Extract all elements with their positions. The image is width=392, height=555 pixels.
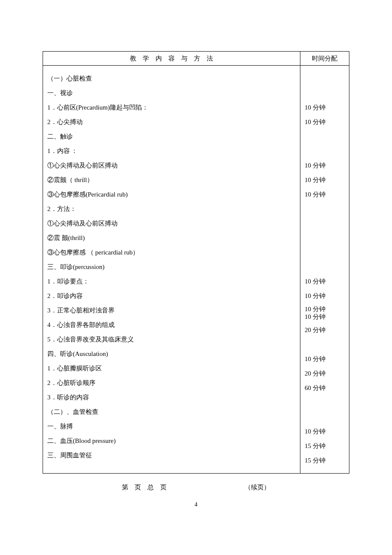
time-line: 10 分钟: [305, 102, 345, 113]
time-line: 20 分钟: [305, 368, 345, 379]
time-line: 15 分钟: [305, 455, 345, 465]
time-line: 60 分钟: [305, 383, 345, 393]
time-cell: 10 分钟10 分钟 10 分钟10 分钟10 分钟 10 分钟10 分钟10 …: [300, 66, 349, 474]
time-line: [305, 262, 345, 272]
time-line: [305, 412, 345, 422]
content-line: 2．心脏听诊顺序: [47, 378, 296, 388]
content-table: 教 学 内 容 与 方 法 时间分配 （一）心脏检查一、视诊1．心前区(Prec…: [43, 51, 349, 474]
content-line: ①心尖搏动及心前区搏动: [47, 218, 296, 228]
time-line: 15 分钟: [305, 441, 345, 451]
content-line: 2．心尖搏动: [47, 117, 296, 127]
content-line: 一、视诊: [47, 88, 296, 98]
time-line: [305, 73, 345, 84]
time-line: 10 分钟: [305, 189, 345, 199]
footer-pagination: 第 页 总 页 （续页）: [43, 482, 349, 492]
time-line: [305, 146, 345, 156]
time-line: [305, 247, 345, 257]
time-line: [305, 131, 345, 142]
content-line: 2．叩诊内容: [47, 291, 296, 301]
time-line: [305, 233, 345, 243]
content-line: ①心尖搏动及心前区搏动: [47, 160, 296, 171]
time-line: 10 分钟: [305, 276, 345, 286]
time-line: [305, 397, 345, 408]
content-line: ③心包摩擦感 （ pericardial rub）: [47, 247, 296, 257]
time-line: [305, 88, 345, 98]
content-line: 3．听诊的内容: [47, 392, 296, 402]
header-time-allocation: 时间分配: [300, 52, 349, 66]
content-line: 一、脉搏: [47, 421, 296, 431]
content-line: 5．心浊音界改变及其临床意义: [47, 334, 296, 344]
time-line: 10 分钟: [305, 175, 345, 185]
time-line: 10 分钟: [305, 160, 345, 171]
content-cell: （一）心脏检查一、视诊1．心前区(Precardium)隆起与凹陷：2．心尖搏动…: [43, 66, 300, 474]
content-line: 1．叩诊要点：: [47, 276, 296, 286]
page-number: 4: [43, 500, 349, 509]
time-line: 20 分钟: [305, 325, 345, 335]
header-content-methods: 教 学 内 容 与 方 法: [43, 52, 300, 66]
footer-page-total: 第 页 总 页: [122, 482, 167, 492]
footer-continued: （续页）: [245, 482, 270, 492]
content-line: 2．方法：: [47, 204, 296, 214]
time-line: 10 分钟: [305, 291, 345, 301]
content-line: 四、听诊(Ausculation): [47, 349, 296, 359]
content-line: 1．心前区(Precardium)隆起与凹陷：: [47, 102, 296, 113]
content-line: 二、触诊: [47, 131, 296, 142]
content-line: 二、血压(Blood pressure): [47, 436, 296, 446]
content-line: 1．心脏瓣膜听诊区: [47, 363, 296, 373]
content-line: 1．内容 ：: [47, 146, 296, 156]
content-line: ②震颤（ thrill）: [47, 175, 296, 185]
content-line: （二）、血管检查: [47, 407, 296, 417]
time-line: 10 分钟: [305, 426, 345, 436]
time-line: 10 分钟: [305, 117, 345, 127]
content-line: ②震 颤(thrill): [47, 233, 296, 243]
time-line: 10 分钟: [305, 354, 345, 364]
content-line: 三、叩诊(percussion): [47, 262, 296, 272]
content-line: 4．心浊音界各部的组成: [47, 320, 296, 330]
time-line: [305, 339, 345, 350]
time-line: 10 分钟10 分钟: [305, 305, 345, 321]
time-line: [305, 218, 345, 228]
content-line: （一）心脏检查: [47, 73, 296, 84]
content-line: 3．正常心脏相对浊音界: [47, 305, 296, 315]
content-line: ③心包摩擦感(Pericardial rub): [47, 189, 296, 199]
content-line: 三、周围血管征: [47, 450, 296, 460]
time-line: [305, 204, 345, 214]
